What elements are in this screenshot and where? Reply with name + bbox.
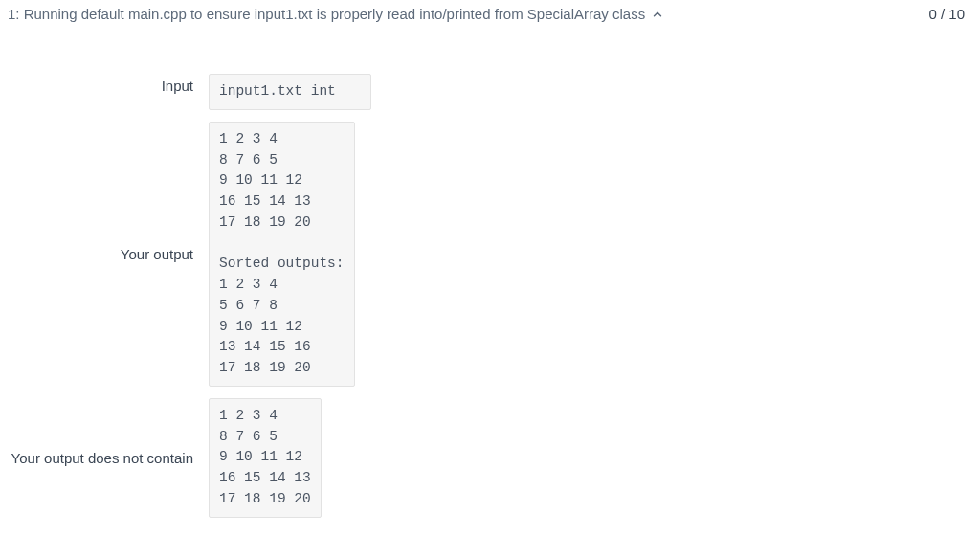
does-not-contain-row: Your output does not contain 1 2 3 4 8 7… xyxy=(10,398,970,518)
your-output-value-col: 1 2 3 4 8 7 6 5 9 10 11 12 16 15 14 13 1… xyxy=(209,122,355,387)
does-not-contain-code: 1 2 3 4 8 7 6 5 9 10 11 12 16 15 14 13 1… xyxy=(209,398,322,518)
input-value-col: input1.txt int xyxy=(209,74,371,110)
input-row: Input input1.txt int xyxy=(10,74,970,110)
input-code: input1.txt int xyxy=(209,74,371,110)
does-not-contain-label: Your output does not contain xyxy=(10,450,209,466)
score-display: 0 / 10 xyxy=(928,6,970,22)
your-output-label: Your output xyxy=(10,246,209,262)
your-output-code: 1 2 3 4 8 7 6 5 9 10 11 12 16 15 14 13 1… xyxy=(209,122,355,387)
test-content: Input input1.txt int Your output 1 2 3 4… xyxy=(0,35,980,518)
test-title: 1: Running default main.cpp to ensure in… xyxy=(8,6,645,22)
your-output-row: Your output 1 2 3 4 8 7 6 5 9 10 11 12 1… xyxy=(10,122,970,387)
test-header[interactable]: 1: Running default main.cpp to ensure in… xyxy=(0,0,980,35)
does-not-contain-value-col: 1 2 3 4 8 7 6 5 9 10 11 12 16 15 14 13 1… xyxy=(209,398,322,518)
input-label: Input xyxy=(10,74,209,94)
chevron-up-icon xyxy=(651,8,664,21)
test-header-left: 1: Running default main.cpp to ensure in… xyxy=(8,6,664,22)
